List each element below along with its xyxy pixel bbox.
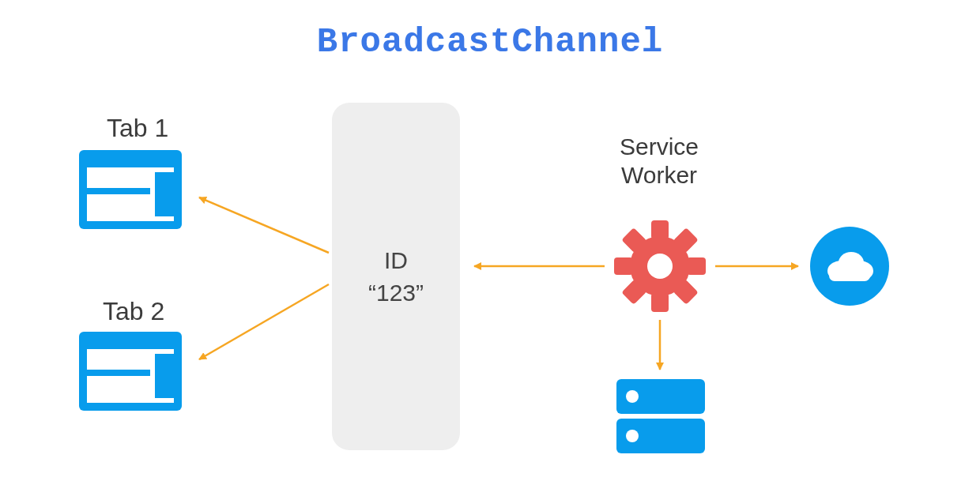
svg-point-21 bbox=[626, 430, 639, 442]
diagram-stage: BroadcastChannel ID “123” Tab 1 Tab 2 Se… bbox=[0, 0, 980, 496]
svg-rect-26 bbox=[829, 269, 870, 281]
gear-icon bbox=[614, 220, 706, 312]
svg-rect-10 bbox=[651, 293, 669, 312]
svg-rect-13 bbox=[687, 257, 706, 275]
svg-rect-6 bbox=[87, 370, 150, 376]
browser-window-icon bbox=[79, 150, 182, 229]
browser-window-icon bbox=[79, 332, 182, 411]
svg-point-17 bbox=[647, 254, 673, 279]
svg-point-19 bbox=[626, 390, 639, 403]
svg-rect-3 bbox=[155, 172, 174, 216]
arrows bbox=[199, 197, 798, 370]
storage-icon bbox=[616, 379, 705, 453]
svg-rect-9 bbox=[651, 220, 669, 239]
svg-rect-7 bbox=[155, 354, 174, 398]
svg-rect-2 bbox=[87, 188, 150, 194]
arrow-channel-to-tab2 bbox=[199, 284, 329, 359]
arrow-channel-to-tab1 bbox=[199, 197, 329, 253]
diagram-svg bbox=[0, 0, 980, 496]
cloud-icon bbox=[810, 227, 889, 306]
svg-rect-14 bbox=[614, 257, 633, 275]
